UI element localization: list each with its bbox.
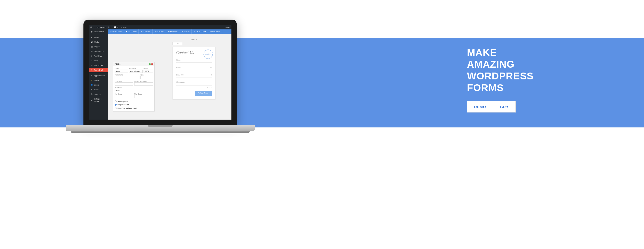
allow-spaces-option[interactable]: Allow Spaces — [114, 99, 153, 103]
sidebar-item-addons[interactable]: ★Add-Ons — [89, 54, 108, 58]
mask-label: Input Mask — [114, 80, 133, 82]
comment-icon: ✉ — [90, 50, 93, 52]
sidebar-item-settings[interactable]: ⚙Settings — [89, 92, 108, 97]
form-width-label: WIDTH — [172, 39, 216, 40]
tool-options[interactable]: ⚙ OPTIONS — [139, 29, 153, 34]
sidebar-item-pages[interactable]: ▤Pages — [89, 44, 108, 49]
submit-button[interactable]: Submit Form — [194, 91, 212, 96]
validation-label: Validation — [114, 87, 153, 88]
form-card: EMAIL M Contact Us Name Email✉ Issue Typ… — [172, 47, 216, 99]
sidebar-collapse[interactable]: ◀Collapse menu — [89, 97, 108, 103]
wrench-icon: ✂ — [90, 88, 93, 91]
brush-icon: ✎ — [90, 74, 93, 77]
wp-logo-icon[interactable]: ⓦ — [90, 26, 92, 29]
tool-preview[interactable]: ▭ PREVIEW — [208, 29, 222, 34]
delete-icon[interactable] — [151, 63, 153, 65]
wp-sidebar: ◉Dashboard ✦Posts ▣Media ▤Pages ✉Comment… — [89, 29, 108, 120]
confirm-icon[interactable] — [149, 63, 151, 65]
label-input[interactable] — [114, 70, 128, 73]
instructions-input[interactable] — [114, 76, 140, 79]
tool-logic[interactable]: ⇄ LOGIC — [180, 29, 192, 34]
issue-type-field[interactable]: Issue Type▾ — [176, 72, 212, 77]
plugin-icon: ⚡ — [90, 79, 93, 81]
gear-icon: ⚙ — [90, 93, 93, 95]
chevron-down-icon: ▾ — [211, 74, 212, 76]
min-input[interactable] — [114, 95, 133, 98]
validation-select[interactable]: None — [114, 89, 153, 92]
char-counter: 0 / 100 — [176, 87, 212, 88]
formcraft-toolbar: ‹ DASHBOARD ▾ ADD FIELD ⚙ OPTIONS ✎ STYL… — [108, 29, 232, 34]
mask-input[interactable] — [114, 82, 133, 85]
sidebar-item-plugins[interactable]: ⚡Plugins — [89, 78, 108, 83]
field-settings-panel: FIELD1 Label Sub Label Widt — [113, 62, 154, 111]
formcraft-icon: fc — [90, 64, 93, 66]
updates-link[interactable]: ⟳ 1 — [108, 26, 112, 28]
formcraft-icon: fc — [90, 69, 93, 71]
tool-dashboard[interactable]: ‹ DASHBOARD — [108, 29, 124, 34]
form-preview: WIDTH EMAIL M Contact Us Name Email✉ Iss… — [172, 39, 216, 99]
sidebar-item-tools[interactable]: ✂Tools — [89, 87, 108, 92]
sidebar-item-dashboard[interactable]: ◉Dashboard — [89, 29, 108, 34]
width-label: Width — [144, 68, 153, 69]
hide-on-load-option[interactable]: Hide Field on Page Load — [114, 106, 153, 110]
page-icon: ▤ — [90, 46, 93, 48]
demo-button[interactable]: DEMO — [467, 101, 493, 112]
width-input[interactable] — [144, 70, 153, 73]
buy-button[interactable]: BUY — [493, 101, 516, 112]
max-label: Max Chars — [134, 93, 153, 95]
collapse-icon: ◀ — [90, 99, 93, 101]
sublabel-label: Sub Label — [129, 68, 142, 69]
tool-addons[interactable]: ★ ADD-ONS — [166, 29, 180, 34]
icon-label: Icon: — [140, 74, 153, 76]
new-link[interactable]: + New — [121, 26, 127, 28]
comments-link[interactable]: 💬 0 — [114, 26, 118, 28]
sublabel-input[interactable] — [129, 70, 142, 73]
min-label: Min Chars — [114, 93, 133, 95]
pin-icon: ✦ — [90, 36, 93, 38]
user-greeting[interactable]: Howd — [225, 26, 230, 28]
sidebar-item-formcraft-1[interactable]: fcFormCraft — [89, 63, 108, 68]
sidebar-item-posts[interactable]: ✦Posts — [89, 35, 108, 40]
user-icon: 👤 — [90, 84, 93, 86]
mask-ph-input[interactable] — [134, 82, 153, 85]
tool-styling[interactable]: ✎ STYLING — [153, 29, 166, 34]
hero-heading: MAKE AMAZING WORDPRESS FORMS — [467, 46, 534, 94]
wp-admin-bar: ⓦ ⌂ FormCraft ⟳ 1 💬 0 + New Howd — [89, 25, 232, 29]
sidebar-item-comments[interactable]: ✉Comments — [89, 49, 108, 54]
dashboard-icon: ◉ — [90, 31, 93, 33]
sidebar-item-help[interactable]: ?Help — [89, 58, 108, 63]
required-option[interactable]: Required Field — [114, 103, 153, 106]
form-canvas: FIELD1 Label Sub Label Widt — [108, 34, 232, 120]
mask-ph-label: Mask Placeholder — [134, 80, 153, 82]
instructions-label: Instructions — [114, 74, 140, 76]
laptop-mockup: ⓦ ⌂ FormCraft ⟳ 1 💬 0 + New Howd ◉Dashbo… — [84, 20, 255, 133]
site-home-link[interactable]: ⌂ FormCraft — [95, 26, 106, 28]
email-field[interactable]: Email✉ — [176, 65, 212, 70]
hero-section: MAKE AMAZING WORDPRESS FORMS DEMO BUY — [467, 46, 534, 112]
max-input[interactable] — [134, 95, 153, 98]
label-label: Label — [114, 68, 128, 69]
envelope-icon: ✉ — [210, 66, 212, 69]
hero-buttons: DEMO BUY — [467, 101, 534, 112]
icon-input[interactable] — [140, 76, 153, 79]
sidebar-item-appearance[interactable]: ✎Appearance — [89, 73, 108, 78]
field-panel-title: FIELD1 — [114, 63, 120, 65]
star-icon: ★ — [90, 55, 93, 57]
form-width-input[interactable] — [172, 42, 182, 45]
sidebar-item-media[interactable]: ▣Media — [89, 40, 108, 44]
media-icon: ▣ — [90, 41, 93, 43]
sidebar-item-formcraft-active[interactable]: fcFormCraft — [89, 68, 108, 72]
comments-field[interactable]: Comments — [176, 80, 212, 86]
tool-save[interactable]: ☁ SAVE FORM — [192, 29, 208, 34]
help-icon: ? — [90, 59, 93, 62]
sidebar-item-users[interactable]: 👤Users — [89, 83, 108, 87]
tool-add-field[interactable]: ▾ ADD FIELD — [124, 29, 139, 34]
